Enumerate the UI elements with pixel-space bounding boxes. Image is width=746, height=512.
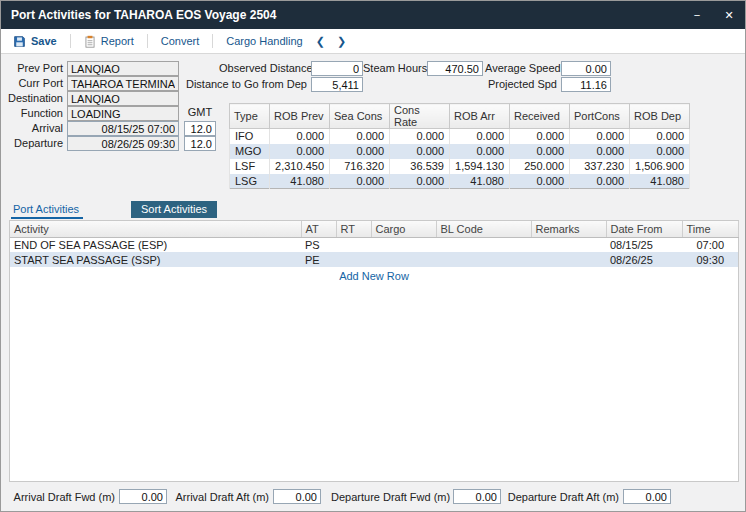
- fuel-cell[interactable]: 36.539: [390, 159, 450, 174]
- fuel-cell[interactable]: 2,310.450: [270, 159, 330, 174]
- activity-cell[interactable]: 08/15/25: [606, 237, 682, 252]
- average-speed-field[interactable]: [561, 61, 611, 76]
- activity-cell[interactable]: [336, 252, 371, 267]
- fuel-cell[interactable]: 0.000: [630, 144, 690, 159]
- distance-to-go-field[interactable]: [311, 77, 363, 92]
- gmt-label: GMT: [184, 105, 216, 120]
- prev-arrow-button[interactable]: ❮: [316, 35, 325, 48]
- fuel-cell-lsf-received-highlighted[interactable]: 250.000: [510, 159, 570, 174]
- curr-port-field[interactable]: [67, 76, 179, 91]
- steam-hours-field[interactable]: [427, 61, 483, 76]
- activity-row-esp[interactable]: END OF SEA PASSAGE (ESP) PS 08/15/25 07:…: [10, 237, 738, 252]
- fuel-cell[interactable]: LSG: [230, 174, 270, 189]
- fuel-cell[interactable]: 0.000: [270, 144, 330, 159]
- fuel-cell[interactable]: 1,506.900: [630, 159, 690, 174]
- fuel-cell[interactable]: 0.000: [570, 129, 630, 144]
- arrival-draft-fwd-field[interactable]: [119, 489, 167, 504]
- departure-field[interactable]: [67, 136, 179, 151]
- fuel-cell[interactable]: 0.000: [450, 129, 510, 144]
- save-button[interactable]: Save: [13, 35, 57, 48]
- fuel-cell[interactable]: 0.000: [330, 129, 390, 144]
- fuel-cell[interactable]: 0.000: [510, 144, 570, 159]
- fuel-cell[interactable]: IFO: [230, 129, 270, 144]
- fuel-cell[interactable]: 0.000: [390, 174, 450, 189]
- prev-port-label: Prev Port: [3, 61, 63, 76]
- arrival-draft-aft-field[interactable]: [273, 489, 321, 504]
- gmt-arrival-field[interactable]: [184, 121, 216, 136]
- activity-cell[interactable]: [371, 252, 436, 267]
- activity-cell[interactable]: [371, 237, 436, 252]
- next-arrow-button[interactable]: ❯: [337, 35, 346, 48]
- function-field[interactable]: [67, 106, 179, 121]
- fuel-cell[interactable]: 1,594.130: [450, 159, 510, 174]
- arrival-field[interactable]: [67, 121, 179, 136]
- fuel-cell[interactable]: 0.000: [270, 129, 330, 144]
- departure-draft-fwd-field[interactable]: [453, 489, 501, 504]
- arrival-draft-aft-label: Arrival Draft Aft (m): [169, 490, 269, 505]
- add-new-row-link[interactable]: Add New Row: [339, 270, 409, 282]
- cargo-handling-label: Cargo Handling: [226, 35, 302, 47]
- activity-cell[interactable]: [436, 252, 531, 267]
- activity-cell[interactable]: [531, 252, 606, 267]
- fuel-cell[interactable]: 0.000: [510, 174, 570, 189]
- activities-col-remarks: Remarks: [531, 221, 606, 237]
- fuel-cell[interactable]: 41.080: [630, 174, 690, 189]
- fuel-cell[interactable]: 0.000: [390, 144, 450, 159]
- activity-cell[interactable]: PS: [301, 237, 336, 252]
- fuel-cell[interactable]: 0.000: [330, 174, 390, 189]
- observed-distance-field[interactable]: [311, 61, 363, 76]
- cargo-handling-button[interactable]: Cargo Handling: [226, 35, 302, 47]
- departure-draft-aft-field[interactable]: [623, 489, 671, 504]
- activity-cell[interactable]: 09:30: [682, 252, 738, 267]
- departure-draft-aft-label: Departure Draft Aft (m): [503, 490, 619, 505]
- curr-port-label: Curr Port: [3, 76, 63, 91]
- convert-label: Convert: [161, 35, 200, 47]
- fuel-cell[interactable]: 0.000: [570, 144, 630, 159]
- fuel-cell[interactable]: 41.080: [450, 174, 510, 189]
- fuel-table: Type ROB Prev Sea Cons Cons Rate ROB Arr…: [229, 103, 690, 189]
- activity-cell[interactable]: PE: [301, 252, 336, 267]
- activity-cell[interactable]: [531, 237, 606, 252]
- fuel-col-type: Type: [230, 104, 270, 129]
- add-new-row-container: Add New Row: [10, 267, 738, 284]
- save-label: Save: [31, 35, 57, 47]
- average-speed-label: Average Speed: [485, 61, 557, 76]
- fuel-cell[interactable]: 0.000: [570, 174, 630, 189]
- prev-port-field[interactable]: [67, 61, 179, 76]
- toolbar: Save Report Convert Cargo Handling ❮ ❯: [1, 29, 745, 54]
- activity-row-ssp[interactable]: START SEA PASSAGE (SSP) PE 08/26/25 09:3…: [10, 252, 738, 267]
- fuel-cell[interactable]: 0.000: [330, 144, 390, 159]
- activity-cell[interactable]: 07:00: [682, 237, 738, 252]
- activity-cell[interactable]: [436, 237, 531, 252]
- activity-cell[interactable]: START SEA PASSAGE (SSP): [10, 252, 301, 267]
- activity-cell[interactable]: END OF SEA PASSAGE (ESP): [10, 237, 301, 252]
- fuel-cell[interactable]: 41.080: [270, 174, 330, 189]
- fuel-cell[interactable]: MGO: [230, 144, 270, 159]
- fuel-cell[interactable]: 337.230: [570, 159, 630, 174]
- function-label: Function: [3, 106, 63, 121]
- window-controls: − ✕: [681, 1, 745, 29]
- fuel-cell[interactable]: 716.320: [330, 159, 390, 174]
- activity-cell[interactable]: 08/26/25: [606, 252, 682, 267]
- minimize-button[interactable]: −: [681, 1, 713, 29]
- fuel-cell[interactable]: 0.000: [510, 129, 570, 144]
- activities-col-at: AT: [301, 221, 336, 237]
- sort-activities-button[interactable]: Sort Activities: [131, 201, 217, 218]
- report-button[interactable]: Report: [84, 35, 134, 48]
- activity-cell[interactable]: [336, 237, 371, 252]
- destination-field[interactable]: [67, 91, 179, 106]
- projected-spd-field[interactable]: [561, 77, 611, 92]
- fuel-row-ifo: IFO 0.000 0.000 0.000 0.000 0.000 0.000 …: [230, 129, 690, 144]
- convert-button[interactable]: Convert: [161, 35, 200, 47]
- fuel-row-lsf: LSF 2,310.450 716.320 36.539 1,594.130 2…: [230, 159, 690, 174]
- fuel-cell[interactable]: 0.000: [630, 129, 690, 144]
- tab-port-activities[interactable]: Port Activities: [11, 201, 83, 219]
- fuel-cell[interactable]: LSF: [230, 159, 270, 174]
- close-button[interactable]: ✕: [713, 1, 745, 29]
- titlebar: Port Activities for TAHAROA EOS Voyage 2…: [1, 1, 745, 29]
- fuel-cell[interactable]: 0.000: [390, 129, 450, 144]
- projected-spd-label: Projected Spd: [485, 77, 557, 92]
- fuel-cell[interactable]: 0.000: [450, 144, 510, 159]
- gmt-departure-field[interactable]: [184, 136, 216, 151]
- destination-label: Destination: [3, 91, 63, 106]
